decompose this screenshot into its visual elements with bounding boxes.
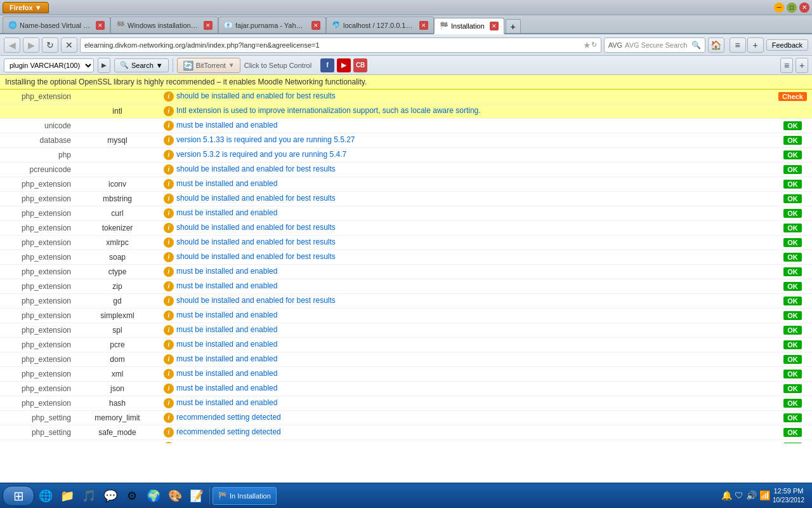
taskbar-app-installation[interactable]: 🏁 In Installation xyxy=(213,487,277,505)
taskbar-paint-icon[interactable]: 🎨 xyxy=(165,486,185,506)
tab-name-based[interactable]: 🌐 Name-based Virtual Host Su... ✕ xyxy=(3,17,110,33)
info-icon[interactable]: i xyxy=(164,223,174,233)
taskbar-ie-icon[interactable]: 🌐 xyxy=(36,486,56,506)
forward-button[interactable]: ▶ xyxy=(23,37,39,53)
desc-link[interactable]: must be installed and enabled xyxy=(176,208,277,217)
desc-link[interactable]: must be installed and enabled xyxy=(176,179,277,188)
desc-link[interactable]: must be installed and enabled xyxy=(176,325,277,334)
home-button[interactable]: 🏠 xyxy=(708,37,724,53)
desc-link[interactable]: should be installed and enabled for best… xyxy=(176,296,336,305)
start-button[interactable]: ⊞ xyxy=(3,486,34,506)
desc-link[interactable]: must be installed and enabled xyxy=(176,281,277,290)
info-icon[interactable]: i xyxy=(164,413,174,423)
minimize-button[interactable]: ─ xyxy=(774,3,784,13)
plugin-select[interactable]: plugin VARCHAR(100) xyxy=(4,58,94,72)
taskbar-media-icon[interactable]: 🎵 xyxy=(79,486,99,506)
setup-control-link[interactable]: Click to Setup Control xyxy=(244,62,311,69)
search-bar[interactable]: AVG AVG Secure Search 🔍 xyxy=(604,37,705,53)
desc-link[interactable]: Intl extension is used to improve intern… xyxy=(176,106,481,115)
system-clock[interactable]: 12:59 PM 10/23/2012 xyxy=(773,486,804,505)
desc-link[interactable]: must be installed and enabled xyxy=(176,311,277,319)
info-icon[interactable]: i xyxy=(164,296,174,306)
desc-link[interactable]: version 5.1.33 is required and you are r… xyxy=(176,135,355,144)
tab-close-icon[interactable]: ✕ xyxy=(419,21,428,30)
firefox-menu-button[interactable]: Firefox ▼ xyxy=(3,2,49,13)
maximize-button[interactable]: □ xyxy=(787,3,797,13)
desc-link[interactable]: must be installed and enabled xyxy=(176,369,277,378)
search-button[interactable]: 🔍 Search ▼ xyxy=(114,58,169,72)
new-tab-button[interactable]: + xyxy=(506,19,521,33)
info-icon[interactable]: i xyxy=(164,267,174,277)
menu-button[interactable]: ≡ xyxy=(730,37,746,53)
tray-shield-icon[interactable]: 🛡 xyxy=(735,490,743,500)
taskbar-xampp-icon[interactable]: ⚙ xyxy=(122,486,142,506)
info-icon[interactable]: i xyxy=(164,369,174,379)
info-icon[interactable]: i xyxy=(164,237,174,248)
info-icon[interactable]: i xyxy=(164,311,174,321)
back-button[interactable]: ◀ xyxy=(4,37,20,53)
info-icon[interactable]: i xyxy=(164,121,174,131)
info-icon[interactable]: i xyxy=(164,325,174,335)
page-scroll-area[interactable]: Installing the optional OpenSSL library … xyxy=(0,75,812,443)
info-icon[interactable]: i xyxy=(164,427,174,438)
bookmark-icon[interactable]: ★ xyxy=(583,40,591,50)
desc-link[interactable]: version 5.3.2 is required and you are ru… xyxy=(176,150,346,159)
info-icon[interactable]: i xyxy=(164,281,174,291)
tray-notify-icon[interactable]: 🔔 xyxy=(721,490,732,500)
info-icon[interactable]: i xyxy=(164,150,174,160)
toolbar-add-button[interactable]: + xyxy=(796,58,808,73)
taskbar-browser-icon[interactable]: 🌍 xyxy=(143,486,164,506)
tray-network-icon[interactable]: 📶 xyxy=(759,490,770,500)
reload-button[interactable]: ↻ xyxy=(42,37,58,53)
tray-volume-icon[interactable]: 🔊 xyxy=(746,490,757,500)
cb-icon[interactable]: CB xyxy=(353,58,367,72)
info-icon[interactable]: i xyxy=(164,340,174,350)
info-icon[interactable]: i xyxy=(164,194,174,204)
tab-windows-install[interactable]: 🏁 Windows installation using X... ✕ xyxy=(110,17,218,33)
desc-link[interactable]: recommended setting detected xyxy=(176,413,281,422)
stop-button[interactable]: ✕ xyxy=(61,37,77,53)
plugin-go-button[interactable]: ▶ xyxy=(98,58,110,73)
desc-link[interactable]: should be installed and enabled for best… xyxy=(176,237,336,246)
youtube-icon[interactable]: ▶ xyxy=(337,58,351,72)
tab-yahoo-mail[interactable]: 📧 fajar.purnama - Yahoo! Mail ✕ xyxy=(218,17,326,33)
url-bar[interactable]: elearning.divkom-networking.org/admin/in… xyxy=(80,37,601,53)
info-icon[interactable]: i xyxy=(164,398,174,408)
desc-link[interactable]: must be installed and enabled xyxy=(176,354,277,363)
desc-link[interactable]: should be installed and enabled for best… xyxy=(176,223,336,232)
close-button[interactable]: ✕ xyxy=(799,3,809,13)
bittorrent-dropdown[interactable]: ▼ xyxy=(228,62,235,69)
feedback-button[interactable]: Feedback xyxy=(766,39,808,51)
desc-link[interactable]: must be installed and enabled xyxy=(176,398,277,407)
tab-close-icon[interactable]: ✕ xyxy=(490,22,499,30)
desc-link[interactable]: must be installed and enabled xyxy=(176,340,277,349)
search-icon[interactable]: 🔍 xyxy=(691,41,701,50)
desc-link[interactable]: should be installed and enabled for best… xyxy=(176,91,336,100)
desc-link[interactable]: should be installed and enabled for best… xyxy=(176,164,336,173)
info-icon[interactable]: i xyxy=(164,384,174,394)
taskbar-editor-icon[interactable]: 📝 xyxy=(187,486,207,506)
taskbar-explorer-icon[interactable]: 📁 xyxy=(57,486,77,506)
taskbar-skype-icon[interactable]: 💬 xyxy=(100,486,121,506)
info-icon[interactable]: i xyxy=(164,252,174,262)
toolbar-extra-button[interactable]: ≡ xyxy=(780,58,793,73)
desc-link[interactable]: recommended setting detected xyxy=(176,442,281,443)
info-icon[interactable]: i xyxy=(164,442,174,443)
tab-close-icon[interactable]: ✕ xyxy=(204,21,213,30)
desc-link[interactable]: must be installed and enabled xyxy=(176,121,277,130)
info-icon[interactable]: i xyxy=(164,91,174,102)
desc-link[interactable]: should be installed and enabled for best… xyxy=(176,252,336,261)
info-icon[interactable]: i xyxy=(164,179,174,189)
info-icon[interactable]: i xyxy=(164,135,174,145)
tab-close-icon[interactable]: ✕ xyxy=(311,21,320,30)
tab-close-icon[interactable]: ✕ xyxy=(96,21,105,30)
customize-button[interactable]: + xyxy=(747,37,764,53)
desc-link[interactable]: should be installed and enabled for best… xyxy=(176,194,336,203)
facebook-icon[interactable]: f xyxy=(320,58,334,72)
desc-link[interactable]: recommended setting detected xyxy=(176,427,281,436)
tab-installation[interactable]: 🏁 Installation ✕ xyxy=(434,18,504,34)
desc-link[interactable]: must be installed and enabled xyxy=(176,384,277,392)
desc-link[interactable]: must be installed and enabled xyxy=(176,267,277,276)
tab-moodle[interactable]: 🐬 localhost / 127.0.0.1 / moodl... ✕ xyxy=(326,17,434,33)
info-icon[interactable]: i xyxy=(164,354,174,364)
